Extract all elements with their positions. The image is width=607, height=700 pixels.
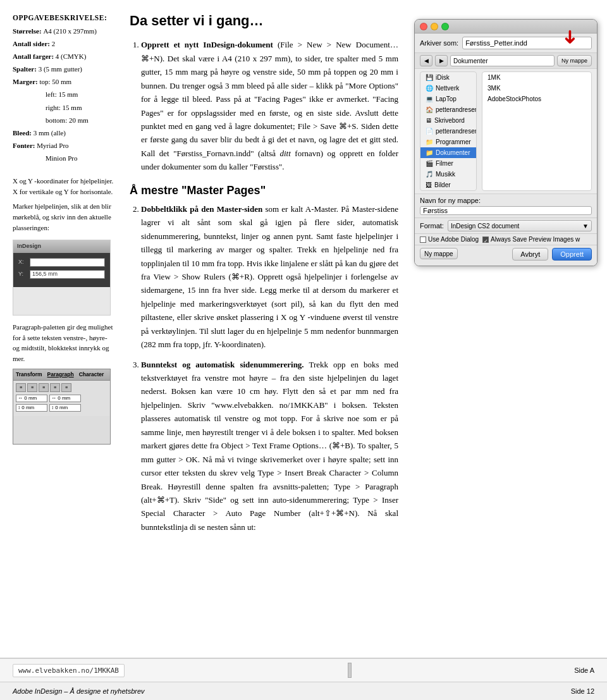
palette-field-row-2: ↕ 0 mm ↕ 0 mm [16, 404, 107, 412]
sidebar-field-minion: Minion Pro [13, 153, 114, 164]
nettverk-icon: 🌐 [426, 85, 433, 92]
step-1-title: Opprett et nytt InDesign-dokument [141, 40, 273, 49]
new-folder-btn[interactable]: Ny mappe [557, 55, 592, 66]
palette-field-4[interactable]: ↕ 0 mm [49, 404, 81, 412]
x-input[interactable] [30, 258, 105, 267]
sidebar-field-bleed: Bleed: 3 mm (alle) [13, 128, 114, 138]
sidebar-xy-note: X og Y -koordinater for hjelpelinjer. X … [13, 176, 114, 197]
format-value: InDesign CS2 document [451, 223, 519, 230]
idisk-icon: 💾 [426, 74, 433, 81]
sidebar-section-title: OPPGAVEBESKRIVELSE: [13, 13, 114, 23]
sidebar-field-bottom: bottom: 20 mm [13, 115, 114, 126]
step-3-title: Bunntekst og automatisk sidenummerering. [141, 360, 304, 369]
adobe-dialog-checkbox[interactable] [420, 236, 426, 243]
file-item-1mk[interactable]: 1MK [482, 72, 591, 83]
step-1: Opprett et nytt InDesign-dokument (File … [141, 38, 398, 173]
nav-back[interactable]: ◀ [420, 55, 432, 66]
petter-label: petterandresen [436, 106, 477, 113]
current-folder-display: Dokumenter [450, 55, 555, 66]
nav-forward[interactable]: ▶ [435, 55, 448, 66]
sidebar-item-programmer[interactable]: 📁 Programmer [420, 137, 476, 147]
petter-icon: 🏠 [426, 106, 433, 113]
option-adobe-dialog[interactable]: Use Adobe Dialog [420, 236, 479, 243]
align-row: ≡ ≡ ≡ ≡ ≡ [16, 383, 107, 392]
indesign-body: X: Y: 156,5 mm [13, 253, 110, 287]
align-justify[interactable]: ≡ [50, 383, 60, 392]
filmer-label: Filmer [436, 160, 453, 167]
filmer-icon: 🎬 [426, 160, 433, 167]
save-preview-label: Always Save Preview Images w [491, 236, 580, 243]
tab-transform[interactable]: Transform [16, 371, 42, 379]
musikk-label: Musikk [436, 171, 455, 178]
main-content: OPPGAVEBESKRIVELSE: Størrelse: A4 (210 x… [0, 0, 607, 645]
folder-name-input[interactable]: Førstiss [420, 206, 592, 215]
step-1-text: (File > New > New Document… ⌘+N). Det sk… [141, 40, 398, 171]
maximize-button[interactable] [441, 23, 449, 30]
programmer-icon: 📁 [426, 138, 433, 145]
bilder-label: Bilder [434, 181, 451, 188]
format-select[interactable]: InDesign CS2 document ▼ [448, 220, 592, 231]
align-left[interactable]: ≡ [16, 383, 26, 392]
dokumenter-label: Dokumenter [436, 149, 470, 156]
tab-character[interactable]: Character [79, 371, 104, 379]
sidebar-item-nettverk[interactable]: 🌐 Nettverk [420, 83, 476, 94]
minimize-button[interactable] [431, 23, 438, 30]
sidebar-item-petter[interactable]: 🏠 petterandresen [420, 104, 476, 115]
bottom-page: Side A [574, 666, 594, 674]
palette-field-3[interactable]: ↕ 0 mm [16, 404, 47, 412]
musikk-icon: 🎵 [426, 171, 433, 178]
footer: Adobe InDesign – Å designe et nyhetsbrev… [0, 682, 607, 700]
sidebar-item-petter2[interactable]: 📄 petterandresen [420, 126, 476, 137]
red-arrow-icon: ➜ [560, 29, 582, 45]
sidebar-field-left: left: 15 mm [13, 89, 114, 100]
options-row: Use Adobe Dialog ✓ Always Save Preview I… [415, 233, 597, 245]
step-2-title: Dobbeltklikk på den Master-siden [141, 204, 262, 214]
sidebar-item-skrivebord[interactable]: 🖥 Skrivebord [420, 115, 476, 126]
sidebar-label-farger: Antall farger: [13, 52, 56, 60]
y-input[interactable]: 156,5 mm [30, 270, 105, 279]
palette-field-1[interactable]: ↔ 0 mm [16, 395, 47, 402]
sidebar-item-laptop[interactable]: 💻 LapTop [420, 94, 476, 104]
step-3-text: Trekk opp en boks med tekstverktøyet fra… [141, 360, 398, 532]
right-panel-wrapper: Arkiver som: Førstiss_Petter.indd ◀ ▶ Do… [414, 19, 598, 266]
laptop-icon: 💻 [426, 95, 433, 102]
format-chevron-icon: ▼ [582, 223, 589, 230]
master-pages-title: Å mestre "Master Pages" [130, 184, 398, 197]
save-preview-checkbox[interactable]: ✓ [482, 236, 489, 243]
new-folder-button-label: Ny mappe [424, 250, 453, 257]
footer-left: Adobe InDesign – Å designe et nyhetsbrev [13, 687, 145, 695]
sidebar-item-dokumenter[interactable]: 📁 Dokumenter [420, 147, 476, 158]
page-wrapper: OPPGAVEBESKRIVELSE: Størrelse: A4 (210 x… [0, 0, 607, 700]
mac-save-dialog[interactable]: Arkiver som: Førstiss_Petter.indd ◀ ▶ Do… [414, 19, 598, 266]
sidebar-item-bilder[interactable]: 🖼 Bilder [420, 180, 476, 190]
file-item-adobe[interactable]: AdobeStockPhotos [482, 94, 591, 104]
tab-paragraph[interactable]: Paragraph [47, 371, 74, 379]
align-center[interactable]: ≡ [27, 383, 37, 392]
sidebar-item-musikk[interactable]: 🎵 Musikk [420, 169, 476, 180]
align-right[interactable]: ≡ [39, 383, 49, 392]
sidebar-label-spalter: Spalter: [13, 65, 39, 73]
sidebar-item-filmer[interactable]: 🎬 Filmer [420, 158, 476, 169]
file-item-3mk[interactable]: 3MK [482, 83, 591, 94]
folder-name-value: Førstiss [423, 207, 448, 214]
sidebar-item-idisk[interactable]: 💾 iDisk [420, 72, 476, 83]
arkiver-label: Arkiver som: [420, 39, 458, 47]
adobe-dialog-label: Use Adobe Dialog [428, 236, 479, 243]
sidebar-field-right: right: 15 mm [13, 102, 114, 113]
avbryt-button[interactable]: Avbryt [512, 248, 548, 261]
nettverk-label: Nettverk [436, 85, 459, 92]
sidebar-field-storrelse: Størrelse: A4 (210 x 297mm) [13, 26, 114, 37]
right-panel: Arkiver som: Førstiss_Petter.indd ◀ ▶ Do… [411, 13, 607, 645]
format-row: Format: InDesign CS2 document ▼ [415, 218, 597, 233]
traffic-lights [420, 23, 449, 30]
new-folder-button[interactable]: Ny mappe [420, 248, 458, 259]
align-justify-last[interactable]: ≡ [61, 383, 71, 392]
article: Da setter vi i gang… Opprett et nytt InD… [123, 13, 411, 645]
option-save-preview[interactable]: ✓ Always Save Preview Images w [482, 236, 580, 243]
dialog-sidebar: 💾 iDisk 🌐 Nettverk 💻 LapTop [420, 71, 477, 191]
palette-field-2[interactable]: ↔ 0 mm [49, 395, 81, 402]
close-button[interactable] [420, 23, 427, 30]
opprett-button[interactable]: Opprett [552, 248, 592, 261]
laptop-label: LapTop [436, 95, 457, 102]
sidebar-field-spalter: Spalter: 3 (5 mm gutter) [13, 64, 114, 75]
